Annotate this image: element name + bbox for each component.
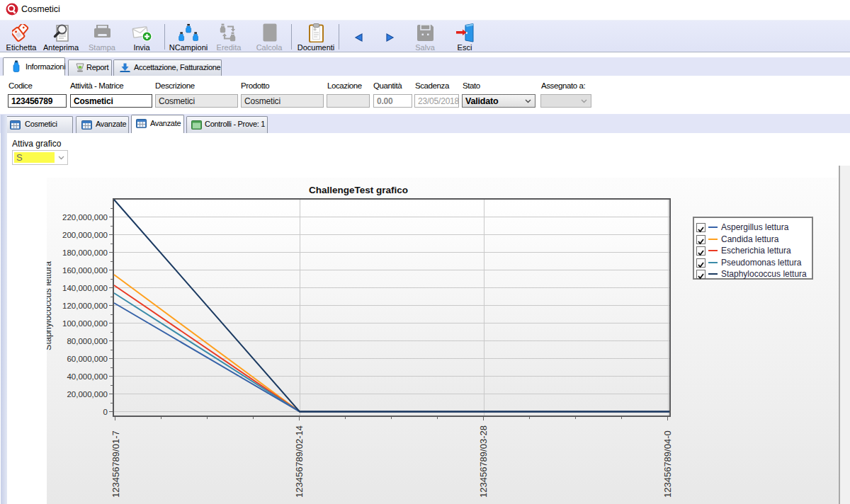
svg-text:180,000,000: 180,000,000 [62, 248, 108, 257]
svg-text:200,000,000: 200,000,000 [62, 231, 108, 239]
svg-text:ChallengeTest grafico: ChallengeTest grafico [309, 185, 408, 195]
svg-text:123456789/03-28: 123456789/03-28 [478, 425, 489, 498]
svg-text:123456789/01-7: 123456789/01-7 [110, 430, 121, 498]
svg-text:120,000,000: 120,000,000 [62, 302, 108, 310]
svg-text:123456789/02-14: 123456789/02-14 [294, 425, 305, 498]
svg-text:80,000,000: 80,000,000 [67, 337, 108, 345]
svg-text:20,000,000: 20,000,000 [67, 390, 108, 399]
svg-text:140,000,000: 140,000,000 [62, 284, 108, 292]
svg-text:Staphylococcus lettura: Staphylococcus lettura [47, 261, 53, 350]
svg-text:40,000,000: 40,000,000 [67, 372, 108, 381]
svg-text:100,000,000: 100,000,000 [62, 319, 108, 328]
svg-text:60,000,000: 60,000,000 [67, 355, 108, 363]
svg-text:220,000,000: 220,000,000 [62, 213, 108, 222]
svg-text:160,000,000: 160,000,000 [62, 266, 108, 275]
svg-text:0: 0 [103, 408, 108, 416]
svg-text:123456789/04-0: 123456789/04-0 [662, 430, 673, 498]
